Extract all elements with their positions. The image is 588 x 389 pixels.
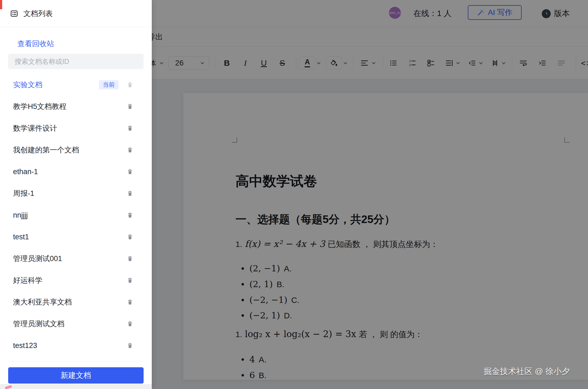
document-name: 教学H5文档教程 (13, 102, 67, 111)
document-list-item[interactable]: 教学H5文档教程 (0, 96, 152, 117)
document-name: 管理员测试001 (13, 254, 62, 263)
trash-icon[interactable] (127, 321, 133, 327)
trash-icon[interactable] (127, 255, 133, 262)
document-list: 实验文档 当前 教学H5文档教程 数学课件设计 我创建的第一个文档 ethan-… (0, 74, 152, 356)
trash-icon[interactable] (127, 212, 133, 218)
new-document-button[interactable]: 新建文档 (8, 367, 144, 384)
trash-icon[interactable] (127, 299, 133, 305)
document-list-drawer: 文档列表 查看回收站 实验文档 当前 教学H5文档教程 数学课件设计 我创建的第… (0, 0, 152, 389)
trash-icon[interactable] (127, 103, 133, 110)
document-name: test123 (13, 341, 37, 350)
document-name: nnjjjj (13, 211, 28, 219)
document-name: 周报-1 (13, 189, 34, 198)
document-list-item[interactable]: 管理员测试001 (0, 248, 152, 269)
drawer-header: 文档列表 (0, 0, 152, 27)
current-badge: 当前 (99, 80, 119, 89)
red-corner-mark (0, 0, 2, 9)
document-list-icon (10, 9, 18, 18)
document-list-item[interactable]: 周报-1 (0, 183, 152, 204)
document-list-item[interactable]: 澳大利亚共享文档 (0, 291, 152, 313)
document-list-item[interactable]: test1 (0, 226, 152, 248)
sidebar-divider (7, 361, 145, 362)
trash-icon[interactable] (127, 147, 133, 153)
document-name: 实验文档 (13, 80, 42, 90)
trash-icon[interactable] (127, 277, 133, 284)
document-list-item[interactable]: 数学课件设计 (0, 117, 152, 139)
document-name: ethan-1 (13, 168, 38, 176)
document-name: 我创建的第一个文档 (13, 145, 79, 155)
trash-icon[interactable] (127, 125, 133, 131)
sidebar-footer-strip (0, 384, 152, 389)
trash-icon[interactable] (127, 342, 133, 349)
trash-icon[interactable] (127, 81, 133, 88)
document-list-item[interactable]: 我创建的第一个文档 (0, 139, 152, 161)
document-name: 管理员测试文档 (13, 319, 64, 329)
trash-icon[interactable] (127, 190, 133, 197)
watermark: 掘金技术社区 @ 徐小夕 (484, 366, 570, 377)
document-name: 好运科学 (13, 275, 42, 285)
trash-icon[interactable] (127, 234, 133, 240)
document-name: test1 (13, 233, 29, 241)
document-list-item[interactable]: nnjjjj (0, 204, 152, 226)
search-input[interactable] (8, 54, 144, 69)
document-list-item[interactable]: 实验文档 当前 (0, 74, 152, 96)
trash-icon[interactable] (127, 168, 133, 175)
document-list-item[interactable]: ethan-1 (0, 161, 152, 183)
recycle-bin-link[interactable]: 查看回收站 (17, 39, 54, 49)
app-window: alex_xu 在线：1 人 AI 写作 版本 导出 默认字体 (0, 0, 588, 389)
document-name: 澳大利亚共享文档 (13, 297, 72, 307)
drawer-title: 文档列表 (23, 9, 53, 18)
document-list-item[interactable]: test123 (0, 335, 152, 356)
document-list-item[interactable]: 好运科学 (0, 269, 152, 291)
document-list-item[interactable]: 管理员测试文档 (0, 313, 152, 335)
document-name: 数学课件设计 (13, 123, 57, 133)
